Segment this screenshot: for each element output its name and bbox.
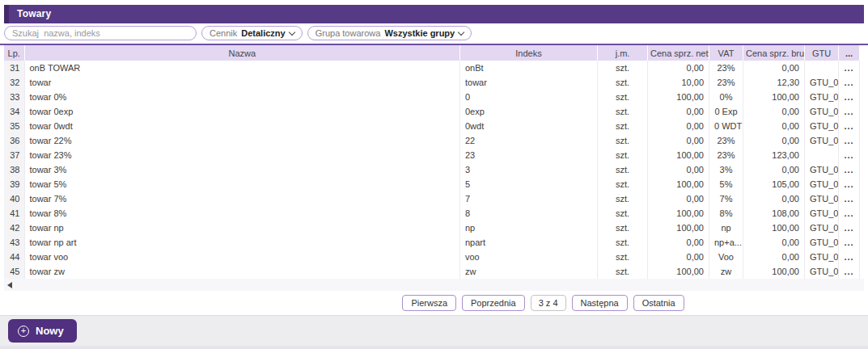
- cell-gtu: GTU_03: [805, 75, 839, 90]
- cell-gtu: GTU_03: [805, 191, 839, 206]
- cell-brutto: 0,00: [743, 191, 805, 206]
- table-row[interactable]: 36towar 22%22szt.0,0023%0,00GTU_03...: [4, 133, 860, 148]
- cell-indeks: 0: [460, 90, 598, 104]
- row-menu-icon[interactable]: ...: [839, 264, 860, 279]
- cell-indeks: zw: [460, 264, 598, 279]
- cell-netto: 100,00: [648, 206, 709, 221]
- row-menu-icon[interactable]: ...: [839, 177, 860, 191]
- new-item-button[interactable]: + Nowy: [8, 319, 77, 343]
- grupa-label: Grupa towarowa: [315, 28, 381, 38]
- cell-indeks: np: [460, 221, 598, 235]
- cell-brutto: 0,00: [743, 104, 805, 119]
- table-row[interactable]: 33towar 0%0szt.100,000%100,00GTU_03...: [4, 90, 860, 104]
- table-row[interactable]: 35towar 0wdt0wdtszt.0,000 WDT0,00GTU_03.…: [4, 119, 860, 133]
- pagination-prev-button[interactable]: Poprzednia: [462, 295, 525, 311]
- cell-indeks: towar: [460, 75, 598, 90]
- cell-nazwa: towar 7%: [24, 191, 460, 206]
- cell-brutto: 0,00: [743, 119, 805, 133]
- table-row[interactable]: 42towar npnpszt.100,00np100,00GTU_03...: [4, 221, 860, 235]
- row-menu-icon[interactable]: ...: [839, 61, 860, 75]
- cell-brutto: 12,30: [743, 75, 805, 90]
- bottom-edge: [0, 346, 868, 349]
- row-menu-icon[interactable]: ...: [839, 206, 860, 221]
- col-header-brutto: Cena sprz. brutto: [743, 45, 805, 61]
- col-header-indeks: Indeks: [460, 45, 598, 61]
- col-header-netto: Cena sprz. netto: [648, 45, 709, 61]
- row-menu-icon[interactable]: ...: [839, 104, 860, 119]
- horizontal-scrollbar[interactable]: [4, 279, 864, 291]
- cell-netto: 0,00: [648, 104, 709, 119]
- row-menu-icon[interactable]: ...: [839, 235, 860, 250]
- cennik-dropdown[interactable]: Cennik Detaliczny: [201, 26, 303, 40]
- cell-jm: szt.: [598, 162, 648, 177]
- cell-vat: 0%: [709, 90, 743, 104]
- cell-jm: szt.: [598, 104, 648, 119]
- table-row[interactable]: 45towar zwzwszt.100,00zw100,00GTU_03...: [4, 264, 860, 279]
- cell-nazwa: towar 5%: [24, 177, 460, 191]
- row-menu-icon[interactable]: ...: [839, 90, 860, 104]
- row-menu-icon[interactable]: ...: [839, 250, 860, 264]
- cell-gtu: GTU_03: [805, 119, 839, 133]
- grupa-value: Wszystkie grupy: [384, 28, 455, 38]
- cell-nazwa: towar 0exp: [24, 104, 460, 119]
- cell-netto: 0,00: [648, 250, 709, 264]
- cell-indeks: npart: [460, 235, 598, 250]
- cell-netto: 0,00: [648, 235, 709, 250]
- cell-lp: 43: [4, 235, 24, 250]
- cell-indeks: 8: [460, 206, 598, 221]
- cell-vat: 23%: [709, 75, 743, 90]
- cell-netto: 0,00: [648, 162, 709, 177]
- row-menu-icon[interactable]: ...: [839, 75, 860, 90]
- grupa-towarowa-dropdown[interactable]: Grupa towarowa Wszystkie grupy: [307, 26, 472, 40]
- cell-brutto: 105,00: [743, 177, 805, 191]
- table-row[interactable]: 43towar np artnpartszt.0,00np+a...0,00GT…: [4, 235, 860, 250]
- row-menu-icon[interactable]: ...: [839, 191, 860, 206]
- search-input[interactable]: [4, 26, 197, 40]
- cell-gtu: GTU_03: [805, 104, 839, 119]
- table-row[interactable]: 41towar 8%8szt.100,008%108,00GTU_03...: [4, 206, 860, 221]
- cell-nazwa: towar 23%: [24, 148, 460, 162]
- row-menu-icon[interactable]: ...: [839, 119, 860, 133]
- cell-lp: 38: [4, 162, 24, 177]
- cell-vat: Voo: [709, 250, 743, 264]
- footer-bar: + Nowy: [0, 315, 868, 346]
- table-row[interactable]: 38towar 3%3szt.0,003%0,00GTU_03...: [4, 162, 860, 177]
- cell-jm: szt.: [598, 119, 648, 133]
- table-row[interactable]: 34towar 0exp0expszt.0,000 Exp0,00GTU_03.…: [4, 104, 860, 119]
- cell-indeks: onBt: [460, 61, 598, 75]
- table-row[interactable]: 40towar 7%7szt.0,007%0,00GTU_03...: [4, 191, 860, 206]
- row-menu-icon[interactable]: ...: [839, 162, 860, 177]
- cell-nazwa: towar: [24, 75, 460, 90]
- table-row[interactable]: 32towartowarszt.10,0023%12,30GTU_03...: [4, 75, 860, 90]
- cell-lp: 45: [4, 264, 24, 279]
- table-row[interactable]: 44towar voovooszt.0,00Voo0,00GTU_03...: [4, 250, 860, 264]
- cell-vat: 8%: [709, 206, 743, 221]
- cell-indeks: 5: [460, 177, 598, 191]
- cell-netto: 100,00: [648, 264, 709, 279]
- cell-nazwa: towar voo: [24, 250, 460, 264]
- cell-indeks: 3: [460, 162, 598, 177]
- cell-lp: 42: [4, 221, 24, 235]
- cell-jm: szt.: [598, 75, 648, 90]
- cell-brutto: 0,00: [743, 235, 805, 250]
- row-menu-icon[interactable]: ...: [839, 133, 860, 148]
- cell-lp: 35: [4, 119, 24, 133]
- cell-lp: 37: [4, 148, 24, 162]
- pagination-first-button[interactable]: Pierwsza: [402, 295, 456, 311]
- table-row[interactable]: 37towar 23%23szt.100,0023%123,00...: [4, 148, 860, 162]
- row-menu-icon[interactable]: ...: [839, 148, 860, 162]
- cell-gtu: [805, 148, 839, 162]
- cell-lp: 40: [4, 191, 24, 206]
- pagination-last-button[interactable]: Ostatnia: [633, 295, 684, 311]
- cell-vat: 0 Exp: [709, 104, 743, 119]
- table-row[interactable]: 31onB TOWARonBtszt.0,0023%0,00...: [4, 61, 860, 75]
- row-menu-icon[interactable]: ...: [839, 221, 860, 235]
- cell-lp: 36: [4, 133, 24, 148]
- col-header-lp: Lp.: [4, 45, 24, 61]
- pagination-next-button[interactable]: Następna: [572, 295, 628, 311]
- cell-indeks: 0exp: [460, 104, 598, 119]
- cell-gtu: GTU_03: [805, 177, 839, 191]
- table-row[interactable]: 39towar 5%5szt.100,005%105,00GTU_03...: [4, 177, 860, 191]
- cell-indeks: 23: [460, 148, 598, 162]
- scroll-left-icon[interactable]: [7, 282, 12, 288]
